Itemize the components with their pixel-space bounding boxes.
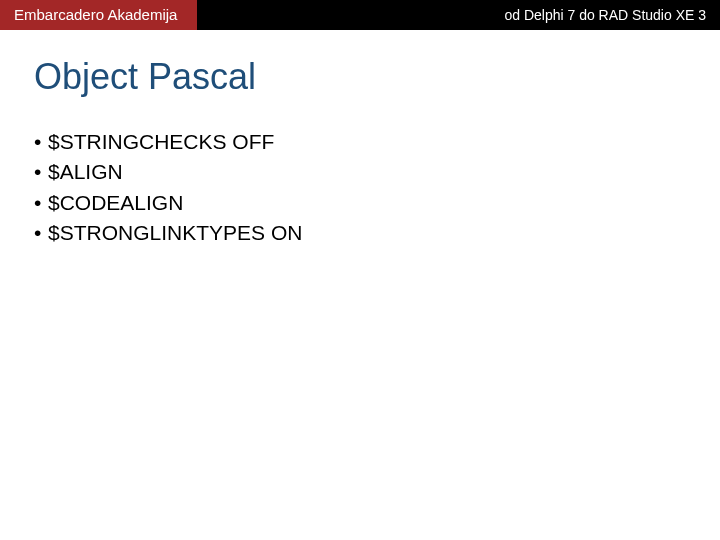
page-title: Object Pascal — [34, 56, 256, 98]
list-item: •$ALIGN — [34, 158, 686, 186]
bullet-icon: • — [34, 189, 48, 217]
bullet-icon: • — [34, 158, 48, 186]
bullet-text: $CODEALIGN — [48, 191, 183, 214]
header-left-text: Embarcadero Akademija — [14, 6, 177, 23]
slide: Embarcadero Akademija od Delphi 7 do RAD… — [0, 0, 720, 540]
list-item: •$STRINGCHECKS OFF — [34, 128, 686, 156]
header-left-badge: Embarcadero Akademija — [0, 0, 197, 30]
header-bar: Embarcadero Akademija od Delphi 7 do RAD… — [0, 0, 720, 30]
header-right-text: od Delphi 7 do RAD Studio XE 3 — [504, 0, 706, 30]
list-item: •$CODEALIGN — [34, 189, 686, 217]
bullet-text: $ALIGN — [48, 160, 123, 183]
bullet-text: $STRINGCHECKS OFF — [48, 130, 274, 153]
bullet-icon: • — [34, 219, 48, 247]
content-area: •$STRINGCHECKS OFF •$ALIGN •$CODEALIGN •… — [34, 128, 686, 249]
bullet-icon: • — [34, 128, 48, 156]
bullet-text: $STRONGLINKTYPES ON — [48, 221, 302, 244]
list-item: •$STRONGLINKTYPES ON — [34, 219, 686, 247]
